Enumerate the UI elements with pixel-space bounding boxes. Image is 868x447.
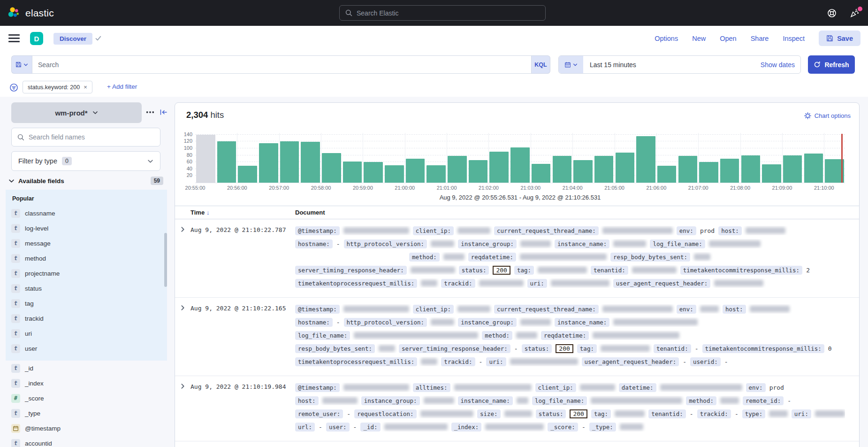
- field-chip[interactable]: uri:: [527, 279, 547, 288]
- field-chip[interactable]: @timestamp:: [295, 226, 340, 235]
- field-chip[interactable]: url:: [295, 423, 315, 432]
- field-chip[interactable]: tenantid:: [648, 409, 686, 418]
- field-chip[interactable]: trackid:: [441, 279, 475, 288]
- histogram-bar[interactable]: [426, 165, 446, 183]
- histogram-plot[interactable]: [195, 133, 845, 183]
- menu-hamburger-icon[interactable]: [8, 34, 20, 42]
- expand-row-button[interactable]: [180, 305, 186, 311]
- field-chip[interactable]: uri:: [792, 409, 811, 418]
- field-chip[interactable]: server_timing_response_header:: [295, 266, 407, 275]
- field-chip[interactable]: user_agent_request_header:: [582, 357, 679, 366]
- field-chip[interactable]: timetakentocommitresponse_millis:: [702, 344, 824, 353]
- field-chip[interactable]: type:: [742, 409, 766, 418]
- open-link[interactable]: Open: [720, 35, 736, 42]
- field-item-log-level[interactable]: tlog-level: [11, 221, 167, 236]
- histogram-bar[interactable]: [573, 160, 593, 183]
- filter-icon[interactable]: [9, 83, 18, 92]
- refresh-button[interactable]: Refresh: [808, 55, 855, 74]
- histogram-bar[interactable]: [594, 156, 614, 183]
- field-chip[interactable]: log_file_name:: [295, 331, 350, 340]
- field-chip[interactable]: @timestamp:: [295, 305, 340, 314]
- histogram-bar[interactable]: [741, 155, 761, 183]
- filter-by-type-select[interactable]: Filter by type 0: [11, 151, 160, 171]
- field-chip[interactable]: host:: [295, 396, 319, 405]
- histogram-bar[interactable]: [804, 154, 823, 183]
- field-chip[interactable]: hostname:: [295, 318, 333, 327]
- histogram-bar[interactable]: [238, 166, 257, 183]
- chart-options-button[interactable]: Chart options: [804, 112, 851, 119]
- saved-query-menu-button[interactable]: [11, 55, 32, 74]
- field-chip[interactable]: instance_name:: [458, 396, 513, 405]
- field-chip[interactable]: hostname:: [295, 239, 333, 248]
- field-chip[interactable]: server_timing_response_header:: [399, 344, 510, 353]
- field-chip[interactable]: user:: [326, 423, 350, 432]
- field-item-user[interactable]: tuser: [11, 341, 167, 356]
- field-chip[interactable]: log_file_name:: [650, 239, 705, 248]
- histogram-bar[interactable]: [699, 162, 718, 183]
- field-chip[interactable]: instance_group:: [458, 239, 517, 248]
- histogram-bar[interactable]: [657, 166, 677, 183]
- histogram-bar[interactable]: [553, 156, 572, 183]
- index-pattern-select[interactable]: wm-prod*: [11, 102, 142, 123]
- field-chip[interactable]: trackid:: [441, 357, 475, 366]
- field-item-accountid[interactable]: taccountid: [11, 436, 167, 447]
- field-chip[interactable]: method:: [409, 253, 440, 262]
- field-chip[interactable]: status:: [522, 344, 552, 353]
- field-chip[interactable]: tag:: [591, 409, 611, 418]
- discover-app-badge[interactable]: D: [30, 32, 43, 45]
- histogram-bar[interactable]: [217, 141, 236, 183]
- options-link[interactable]: Options: [655, 35, 678, 42]
- field-chip[interactable]: @timestamp:: [295, 383, 340, 392]
- field-item-_type[interactable]: t_type: [11, 406, 167, 421]
- help-icon[interactable]: [825, 6, 839, 20]
- global-search-input[interactable]: Search Elastic: [339, 5, 546, 21]
- field-chip[interactable]: alltimes:: [413, 383, 450, 392]
- histogram-bar[interactable]: [616, 153, 635, 183]
- field-chip[interactable]: uri:: [486, 357, 506, 366]
- field-chip[interactable]: remote_user:: [295, 409, 343, 418]
- field-chip[interactable]: tag:: [577, 344, 597, 353]
- share-link[interactable]: Share: [751, 35, 769, 42]
- histogram-bar[interactable]: [762, 164, 781, 183]
- show-dates-button[interactable]: Show dates: [761, 61, 795, 69]
- field-chip[interactable]: timetakentocommitresponse_millis:: [680, 266, 802, 275]
- field-chip[interactable]: client_ip:: [535, 383, 576, 392]
- field-chip[interactable]: instance_group:: [361, 396, 420, 405]
- field-chip[interactable]: current_request_thread_name:: [494, 305, 599, 314]
- field-item-_id[interactable]: t_id: [11, 361, 167, 376]
- field-item-@timestamp[interactable]: @timestamp: [11, 421, 167, 436]
- histogram-bar[interactable]: [532, 164, 551, 183]
- field-chip[interactable]: _type:: [589, 423, 616, 432]
- histogram-bar[interactable]: [301, 142, 320, 183]
- field-search-input[interactable]: Search field names: [11, 128, 160, 146]
- field-chip[interactable]: tag:: [514, 266, 534, 275]
- field-chip[interactable]: client_ip:: [413, 226, 454, 235]
- histogram-bar[interactable]: [510, 147, 530, 183]
- field-chip[interactable]: reqdatetime:: [468, 253, 516, 262]
- add-filter-button[interactable]: + Add filter: [107, 83, 137, 90]
- calendar-menu-button[interactable]: [559, 56, 583, 73]
- histogram-bar[interactable]: [196, 135, 215, 183]
- field-chip[interactable]: status:: [536, 409, 566, 418]
- time-range-value[interactable]: Last 15 minutes: [590, 61, 636, 69]
- field-chip[interactable]: trackid:: [697, 409, 731, 418]
- histogram-bar[interactable]: [280, 141, 299, 183]
- field-item-classname[interactable]: tclassname: [11, 206, 167, 221]
- field-chip[interactable]: tenantid:: [654, 344, 691, 353]
- news-party-icon[interactable]: [847, 6, 861, 20]
- histogram-bar[interactable]: [322, 153, 341, 183]
- field-chip[interactable]: host:: [718, 226, 742, 235]
- field-item-status[interactable]: tstatus: [11, 281, 167, 296]
- field-chip[interactable]: log_file_name:: [532, 396, 587, 405]
- field-chip[interactable]: status:: [459, 266, 489, 275]
- histogram-bar[interactable]: [636, 136, 655, 183]
- field-chip[interactable]: _score:: [548, 423, 578, 432]
- histogram-bar[interactable]: [678, 156, 698, 183]
- field-chip[interactable]: timetakentoprocessrequest_millis:: [295, 279, 417, 288]
- sidebar-scrollbar[interactable]: [164, 233, 167, 287]
- field-chip[interactable]: tenantid:: [591, 266, 628, 275]
- field-chip[interactable]: reqdatetime:: [541, 331, 589, 340]
- boxes-horizontal-icon[interactable]: [146, 109, 154, 116]
- field-chip[interactable]: userid:: [690, 357, 721, 366]
- field-item-_index[interactable]: t_index: [11, 376, 167, 391]
